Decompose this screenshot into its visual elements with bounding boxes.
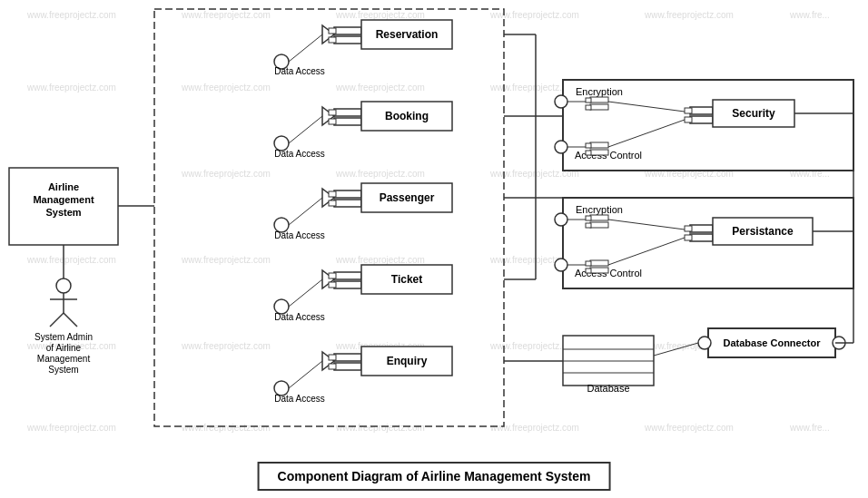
svg-text:www.freeprojectz.com: www.freeprojectz.com (26, 255, 116, 265)
svg-text:System Admin: System Admin (35, 332, 93, 342)
svg-rect-140 (586, 216, 591, 220)
svg-rect-74 (334, 190, 361, 198)
svg-text:www.freeprojectz.com: www.freeprojectz.com (26, 10, 116, 20)
svg-text:www.freeprojectz.com: www.freeprojectz.com (26, 423, 116, 433)
svg-text:Booking: Booking (385, 110, 429, 122)
svg-rect-122 (586, 143, 591, 148)
svg-rect-126 (685, 108, 692, 113)
svg-rect-113 (590, 97, 608, 103)
svg-rect-94 (334, 354, 361, 361)
svg-text:www.freeprojectz.com: www.freeprojectz.com (181, 83, 271, 93)
svg-point-143 (555, 259, 567, 271)
svg-text:www.freeprojectz.com: www.freeprojectz.com (181, 423, 271, 433)
svg-rect-121 (590, 150, 608, 155)
svg-text:www.freeprojectz.com: www.freeprojectz.com (181, 255, 271, 265)
svg-rect-77 (329, 200, 336, 206)
svg-text:System: System (45, 207, 81, 218)
svg-rect-57 (329, 37, 336, 43)
svg-rect-146 (590, 268, 608, 273)
svg-rect-139 (590, 222, 608, 228)
svg-text:Airline: Airline (48, 181, 79, 192)
svg-text:www.fre...: www.fre... (789, 10, 830, 20)
svg-text:www.freeprojectz.com: www.freeprojectz.com (644, 10, 734, 20)
svg-rect-96 (329, 355, 336, 360)
svg-text:www.freeprojectz.com: www.freeprojectz.com (335, 83, 425, 93)
svg-text:Data Access: Data Access (274, 312, 325, 322)
diagram-container: www.freeprojectz.com www.freeprojectz.co… (0, 0, 868, 498)
svg-text:Management: Management (33, 194, 94, 205)
svg-text:Ticket: Ticket (391, 273, 422, 286)
svg-text:Enquiry: Enquiry (387, 355, 428, 367)
svg-rect-66 (329, 110, 336, 115)
svg-text:of Airline: of Airline (46, 343, 82, 353)
svg-rect-114 (590, 104, 608, 110)
svg-text:www.freeprojectz.com: www.freeprojectz.com (644, 423, 734, 433)
svg-text:www.freeprojectz.com: www.freeprojectz.com (335, 10, 425, 20)
svg-rect-75 (334, 200, 361, 207)
svg-text:www.freeprojectz.com: www.freeprojectz.com (181, 169, 271, 179)
svg-rect-125 (690, 116, 713, 123)
svg-rect-149 (690, 225, 713, 232)
svg-rect-127 (685, 117, 692, 122)
svg-text:Encryption: Encryption (576, 86, 623, 97)
svg-text:Management: Management (37, 354, 91, 364)
svg-rect-148 (586, 269, 591, 273)
svg-rect-152 (685, 235, 692, 240)
svg-text:www.freeprojectz.com: www.freeprojectz.com (335, 423, 425, 433)
svg-rect-115 (586, 98, 591, 103)
svg-text:System: System (48, 365, 78, 375)
svg-text:www.freeprojectz.com: www.freeprojectz.com (489, 10, 579, 20)
svg-rect-147 (586, 261, 591, 266)
svg-point-41 (56, 278, 71, 293)
svg-rect-124 (690, 107, 713, 114)
svg-rect-150 (690, 234, 713, 241)
svg-point-118 (555, 141, 567, 153)
svg-rect-151 (685, 226, 692, 231)
svg-rect-116 (586, 105, 591, 110)
svg-text:Security: Security (732, 107, 775, 120)
svg-text:www.freeprojectz.com: www.freeprojectz.com (181, 341, 271, 351)
svg-text:www.freeprojectz.com: www.freeprojectz.com (335, 255, 425, 265)
svg-rect-123 (586, 151, 591, 155)
svg-text:www.freeprojectz.com: www.freeprojectz.com (26, 83, 116, 93)
svg-point-167 (698, 337, 711, 349)
svg-text:Persistance: Persistance (732, 225, 794, 238)
svg-text:www.freeprojectz.com: www.freeprojectz.com (181, 10, 271, 20)
svg-text:www.freeprojectz.com: www.freeprojectz.com (489, 423, 579, 433)
svg-rect-120 (590, 142, 608, 148)
svg-rect-54 (334, 27, 361, 34)
svg-rect-67 (329, 119, 336, 124)
svg-rect-56 (329, 28, 336, 34)
svg-point-111 (555, 95, 567, 108)
svg-rect-55 (334, 36, 361, 44)
svg-text:Reservation: Reservation (376, 28, 439, 41)
svg-rect-76 (329, 191, 336, 197)
svg-text:Data Access: Data Access (274, 230, 325, 240)
svg-rect-85 (334, 281, 361, 288)
svg-rect-138 (590, 215, 608, 220)
svg-text:Data Access: Data Access (274, 66, 325, 76)
diagram-svg: www.freeprojectz.com www.freeprojectz.co… (0, 0, 868, 498)
svg-point-136 (555, 213, 567, 226)
svg-text:Data Access: Data Access (274, 149, 325, 159)
svg-rect-65 (334, 118, 361, 125)
svg-text:Data Access: Data Access (274, 394, 325, 404)
diagram-title: Component Diagram of Airline Management … (258, 462, 611, 491)
svg-rect-141 (586, 223, 591, 228)
title-text: Component Diagram of Airline Management … (278, 469, 591, 483)
svg-text:www.fre...: www.fre... (789, 423, 830, 433)
svg-rect-95 (334, 363, 361, 370)
svg-text:Passenger: Passenger (380, 191, 435, 204)
svg-text:www.freeprojectz.com: www.freeprojectz.com (335, 169, 425, 179)
svg-text:Database Connector: Database Connector (724, 337, 822, 348)
svg-rect-86 (329, 273, 336, 278)
svg-rect-87 (329, 282, 336, 288)
svg-rect-97 (329, 364, 336, 369)
svg-text:Database: Database (587, 383, 629, 394)
svg-text:Encryption: Encryption (576, 204, 623, 215)
svg-rect-64 (334, 109, 361, 116)
svg-rect-145 (590, 260, 608, 266)
svg-rect-84 (334, 272, 361, 279)
